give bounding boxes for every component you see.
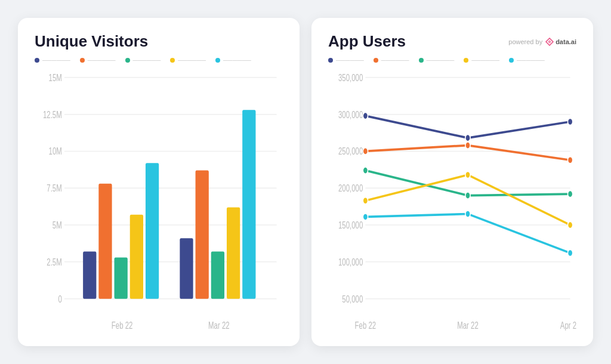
legend-item: ────── [328, 57, 364, 64]
svg-text:Mar 22: Mar 22 [208, 320, 230, 331]
svg-rect-23 [227, 207, 240, 298]
legend-item: ────── [509, 57, 545, 64]
svg-text:300,000: 300,000 [338, 109, 363, 121]
svg-point-52 [465, 192, 470, 199]
unique-visitors-card: Unique Visitors ────────────────────────… [18, 18, 300, 346]
svg-text:10M: 10M [49, 146, 62, 157]
svg-text:350,000: 350,000 [338, 72, 363, 84]
unique-visitors-legend: ────────────────────────────── [35, 57, 283, 64]
svg-point-54 [363, 197, 368, 204]
svg-text:12.5M: 12.5M [43, 109, 62, 121]
svg-rect-21 [196, 171, 209, 299]
svg-point-58 [465, 211, 470, 218]
svg-text:7.5M: 7.5M [47, 183, 61, 194]
legend-item: ────── [80, 57, 116, 64]
app-users-chart: 350,000300,000250,000200,000150,000100,0… [328, 69, 576, 334]
legend-item: ────── [170, 57, 206, 64]
svg-text:100,000: 100,000 [338, 257, 363, 268]
dashboard: Unique Visitors ────────────────────────… [0, 0, 611, 364]
svg-rect-22 [211, 252, 224, 299]
svg-rect-24 [242, 110, 255, 298]
legend-item: ────── [35, 57, 70, 64]
app-users-card: App Users powered by data.ai ───────────… [311, 18, 593, 346]
app-users-title: App Users [328, 32, 406, 51]
svg-point-48 [363, 148, 368, 155]
svg-text:50,000: 50,000 [342, 294, 363, 305]
app-users-legend: ────────────────────────────── [328, 57, 576, 64]
svg-text:15M: 15M [49, 72, 62, 84]
svg-rect-17 [130, 215, 143, 299]
svg-rect-16 [115, 257, 128, 298]
powered-by-badge: powered by data.ai [508, 38, 576, 46]
legend-item: ────── [125, 57, 161, 64]
svg-text:Feb 22: Feb 22 [112, 320, 133, 331]
svg-point-51 [363, 167, 368, 174]
unique-visitors-chart: 15M12.5M10M7.5M5M2.5M0Feb 22Mar 22 [35, 69, 283, 334]
svg-point-55 [465, 171, 470, 178]
legend-item: ────── [215, 57, 251, 64]
unique-visitors-header: Unique Visitors [35, 32, 283, 51]
svg-text:Feb 22: Feb 22 [355, 320, 377, 331]
svg-point-50 [567, 156, 572, 164]
legend-item: ────── [419, 57, 455, 64]
svg-rect-15 [98, 184, 112, 299]
svg-point-49 [465, 142, 470, 149]
svg-text:250,000: 250,000 [338, 146, 363, 157]
app-users-header: App Users powered by data.ai [328, 32, 576, 51]
dataai-diamond-icon [545, 38, 554, 46]
svg-text:Apr 22: Apr 22 [560, 320, 576, 331]
powered-by-text: powered by [508, 38, 542, 45]
svg-rect-14 [83, 252, 96, 299]
svg-text:2.5M: 2.5M [47, 257, 61, 268]
svg-point-47 [567, 118, 572, 125]
svg-text:Mar 22: Mar 22 [457, 320, 479, 331]
svg-marker-27 [548, 40, 551, 44]
svg-point-59 [567, 249, 572, 257]
svg-point-53 [567, 190, 572, 198]
legend-item: ────── [374, 57, 409, 64]
svg-point-46 [465, 134, 470, 141]
svg-text:200,000: 200,000 [338, 183, 363, 194]
dataai-logo: data.ai [545, 38, 576, 46]
svg-point-45 [363, 112, 368, 119]
svg-text:5M: 5M [53, 220, 62, 231]
unique-visitors-title: Unique Visitors [35, 32, 148, 51]
svg-point-56 [567, 221, 572, 229]
svg-text:150,000: 150,000 [338, 220, 363, 231]
svg-text:0: 0 [58, 294, 61, 305]
legend-item: ────── [464, 57, 499, 64]
svg-point-57 [363, 214, 368, 221]
svg-rect-20 [180, 238, 193, 298]
svg-rect-18 [146, 163, 159, 298]
